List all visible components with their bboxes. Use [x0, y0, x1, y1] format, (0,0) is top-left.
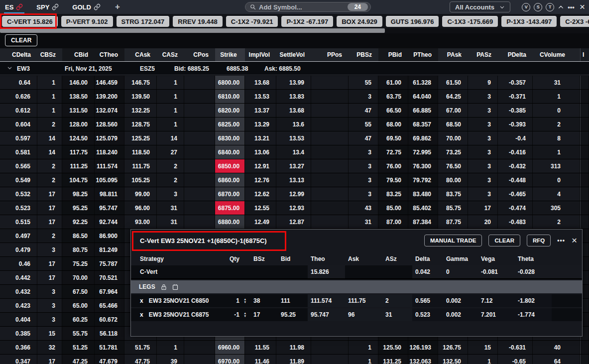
- cell-implvol[interactable]: 12.55: [245, 201, 276, 215]
- cell-ptheo[interactable]: 87.384: [408, 215, 438, 229]
- cell-cask[interactable]: 146.75: [124, 76, 157, 89]
- cell-pask[interactable]: 126.75: [438, 341, 468, 354]
- cell-ppos[interactable]: [311, 173, 349, 187]
- tab-es[interactable]: ES: [5, 0, 23, 14]
- cell-cut[interactable]: [580, 131, 589, 145]
- remove-leg-button[interactable]: x: [140, 297, 143, 304]
- cell-pask[interactable]: 132.50: [438, 355, 468, 364]
- cell-ctheo[interactable]: 132.074: [95, 104, 124, 117]
- cell-cbsz[interactable]: 1: [37, 90, 62, 103]
- cell-implvol[interactable]: 12.49: [245, 215, 276, 229]
- cell-pask[interactable]: 83.75: [438, 187, 468, 201]
- add-tab-button[interactable]: +: [115, 2, 120, 12]
- cell-cbid[interactable]: 131.50: [62, 104, 95, 117]
- cell-pasz[interactable]: 3: [468, 159, 498, 173]
- cell-cask[interactable]: 51.75: [124, 341, 157, 354]
- cell-pasz[interactable]: 17: [468, 201, 498, 215]
- cell-pdelta[interactable]: -0.65: [498, 355, 533, 364]
- cell-pbid[interactable]: 63.75: [378, 90, 408, 103]
- cell-cask[interactable]: 118.50: [124, 145, 157, 159]
- cell-cut[interactable]: [580, 215, 589, 229]
- cell-cbsz[interactable]: 2: [37, 118, 62, 131]
- cell-cut[interactable]: [580, 201, 589, 215]
- cell-cpos[interactable]: [184, 118, 215, 131]
- cell-pask[interactable]: 67.00: [438, 104, 468, 117]
- cell-ptheo[interactable]: 132.063: [408, 355, 438, 364]
- cell-ctheo[interactable]: 67.964: [95, 285, 124, 298]
- cell-ppos[interactable]: [311, 355, 349, 364]
- cell-cbid[interactable]: 146.00: [62, 76, 95, 89]
- cell-implvol[interactable]: 12.91: [245, 159, 276, 173]
- cell-pbsz[interactable]: 43: [349, 201, 378, 215]
- cell-cask[interactable]: 93.00: [124, 215, 157, 229]
- cell-ptheo[interactable]: 85.402: [408, 201, 438, 215]
- cell-cbsz[interactable]: 17: [37, 257, 62, 270]
- cell-cbid[interactable]: 128.00: [62, 118, 95, 131]
- cell-casz[interactable]: 14: [157, 131, 184, 145]
- cell-cpos[interactable]: [184, 145, 215, 159]
- cell-settlevol[interactable]: 13.27: [276, 159, 311, 173]
- cell-settlevol[interactable]: 13.99: [276, 76, 311, 89]
- cell-cut[interactable]: [580, 118, 589, 131]
- cell-ppos[interactable]: [311, 131, 349, 145]
- cell-cut[interactable]: [580, 187, 589, 201]
- cell-settlevol[interactable]: 13.53: [276, 131, 311, 145]
- cell-pdelta[interactable]: -0.465: [498, 187, 533, 201]
- popup-close-icon[interactable]: ×: [572, 235, 577, 246]
- cell-pbid[interactable]: 87.00: [378, 215, 408, 229]
- cell-cask[interactable]: 96.00: [124, 201, 157, 215]
- cell-ptheo[interactable]: 61.328: [408, 76, 438, 89]
- cell-cbid[interactable]: 86.50: [62, 229, 95, 243]
- link-icon[interactable]: [52, 3, 59, 11]
- cell-cpos[interactable]: [184, 201, 215, 215]
- strategy-chip[interactable]: C-2X3 -64.095: [560, 16, 589, 27]
- cell-cpos[interactable]: [184, 187, 215, 201]
- cell-strike[interactable]: 6880.00: [215, 215, 245, 229]
- cell-cbsz[interactable]: 17: [37, 201, 62, 215]
- cell-pasz[interactable]: 3: [468, 145, 498, 159]
- clear-button[interactable]: CLEAR: [5, 34, 37, 46]
- cell-cbid[interactable]: 117.75: [62, 145, 95, 159]
- strategy-chip[interactable]: P-1X3 -143.497: [501, 16, 557, 27]
- cell-implvol[interactable]: 11.46: [245, 355, 276, 364]
- cell-pdelta[interactable]: -0.448: [498, 173, 533, 187]
- cell-cbsz[interactable]: 14: [37, 145, 62, 159]
- cell-ppos[interactable]: [311, 341, 349, 354]
- cell-strike[interactable]: 6870.00: [215, 187, 245, 201]
- symbol-search-input[interactable]: Add Symbol... 24: [245, 2, 371, 12]
- cell-ctheo[interactable]: 111.574: [95, 159, 124, 173]
- cell-ctheo[interactable]: 128.560: [95, 118, 124, 131]
- cell-pbid[interactable]: 131.25: [378, 355, 408, 364]
- cell-pdelta[interactable]: -0.393: [498, 118, 533, 131]
- cell-implvol[interactable]: 13.68: [245, 76, 276, 89]
- strategy-chip[interactable]: C-1X3 -175.669: [442, 16, 498, 27]
- cell-cpos[interactable]: [184, 76, 215, 89]
- cell-cvolume[interactable]: 40: [533, 341, 580, 354]
- cell-cdelta[interactable]: 0.612: [0, 104, 37, 117]
- cell-cask[interactable]: 139.50: [124, 90, 157, 103]
- cell-pasz[interactable]: 3: [468, 187, 498, 201]
- cell-implvol[interactable]: 12.76: [245, 173, 276, 187]
- cell-cbsz[interactable]: 1: [37, 104, 62, 117]
- cell-ppos[interactable]: [311, 104, 349, 117]
- cell-ctheo[interactable]: 92.744: [95, 215, 124, 229]
- cell-strike[interactable]: 6970.00: [215, 355, 245, 364]
- cell-cvolume[interactable]: 305: [533, 201, 580, 215]
- cell-cdelta[interactable]: 0.347: [0, 355, 37, 364]
- cell-cbid[interactable]: 75.25: [62, 257, 95, 270]
- cell-pbid[interactable]: 72.75: [378, 145, 408, 159]
- cell-cvolume[interactable]: 8: [533, 131, 580, 145]
- cell-cbsz[interactable]: 3: [37, 313, 62, 326]
- cell-cbid[interactable]: 104.75: [62, 173, 95, 187]
- cell-pask[interactable]: 76.50: [438, 159, 468, 173]
- cell-implvol[interactable]: 13.37: [245, 104, 276, 117]
- tab-gold[interactable]: GOLD: [72, 0, 101, 14]
- cell-settlevol[interactable]: 12.93: [276, 201, 311, 215]
- cell-casz[interactable]: 39: [157, 355, 184, 364]
- cell-pdelta[interactable]: -0.474: [498, 201, 533, 215]
- cell-ctheo[interactable]: 51.781: [95, 341, 124, 354]
- cell-ctheo[interactable]: 125.079: [95, 131, 124, 145]
- cell-ppos[interactable]: [311, 118, 349, 131]
- cell-casz[interactable]: 1: [157, 118, 184, 131]
- leg-qty[interactable]: 1: [211, 294, 240, 307]
